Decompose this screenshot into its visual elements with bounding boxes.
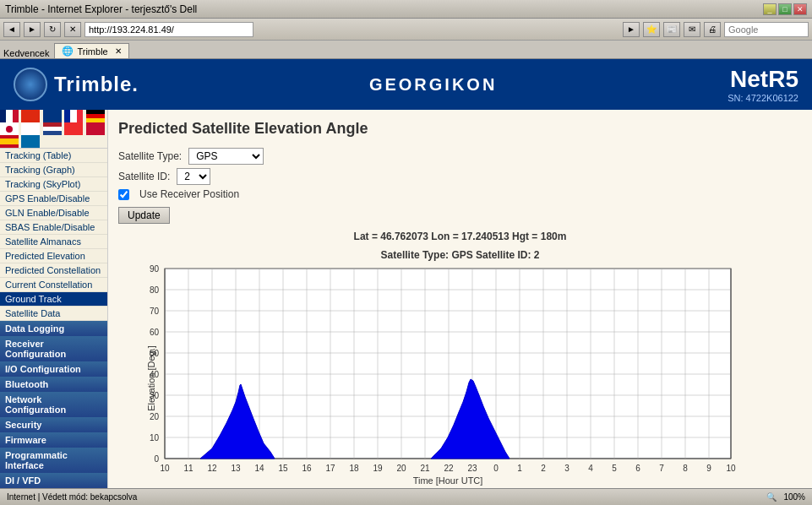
search-input[interactable] xyxy=(724,22,809,37)
sidebar-item-tracking-graph[interactable]: Tracking (Graph) xyxy=(0,163,107,177)
main-area: Tracking (Table) Tracking (Graph) Tracki… xyxy=(0,110,812,488)
sidebar-item-predicted-constellation[interactable]: Predicted Constellation xyxy=(0,263,107,278)
nav-icon2[interactable]: 📰 xyxy=(663,22,680,37)
satellite-type-label: Satellite Type: xyxy=(118,150,182,162)
flag-fi[interactable] xyxy=(43,110,62,122)
flag-no[interactable] xyxy=(64,122,83,135)
address-bar xyxy=(84,22,619,37)
svg-text:2: 2 xyxy=(541,464,546,473)
tab-close-icon[interactable]: ✕ xyxy=(115,46,122,56)
satellite-type-select[interactable]: GPS GLONASS xyxy=(188,148,264,165)
flag-se[interactable] xyxy=(21,135,40,148)
chart-info-line2: Satellite Type: GPS Satellite ID: 2 xyxy=(118,249,802,261)
flag-es[interactable] xyxy=(0,135,19,148)
svg-text:14: 14 xyxy=(254,464,264,473)
back-button[interactable]: ◄ xyxy=(3,22,20,37)
logo-area: Trimble. xyxy=(14,68,139,101)
satellite-id-select[interactable]: 2 1 3 xyxy=(177,168,210,185)
svg-text:20: 20 xyxy=(396,464,406,473)
tab-trimble[interactable]: 🌐 Trimble ✕ xyxy=(54,43,128,58)
svg-text:3: 3 xyxy=(564,464,569,473)
tab-label: Trimble xyxy=(77,46,107,57)
forward-button[interactable]: ► xyxy=(24,22,41,37)
sidebar-section-io-config[interactable]: I/O Configuration xyxy=(0,361,107,377)
menu-label[interactable]: Kedvencek xyxy=(3,48,49,58)
sidebar: Tracking (Table) Tracking (Graph) Tracki… xyxy=(0,110,108,488)
tab-icon: 🌐 xyxy=(62,46,74,57)
svg-text:9: 9 xyxy=(706,464,711,473)
svg-text:90: 90 xyxy=(150,264,160,274)
svg-text:10: 10 xyxy=(726,464,736,473)
serial-number: SN: 4722K06122 xyxy=(728,93,798,103)
statusbar-zoom-icon: 🔍 xyxy=(766,492,777,502)
app-header: Trimble. GEORGIKON NetR5 SN: 4722K06122 xyxy=(0,59,812,110)
go-button[interactable]: ► xyxy=(623,22,640,37)
svg-text:21: 21 xyxy=(420,464,430,473)
chart-info-line1: Lat = 46.762073 Lon = 17.240513 Hgt = 18… xyxy=(118,231,802,242)
page-title: Predicted Satellite Elevation Angle xyxy=(118,120,802,138)
flag-gb[interactable] xyxy=(0,110,19,122)
minimize-button[interactable]: _ xyxy=(763,3,777,15)
svg-text:23: 23 xyxy=(467,464,477,473)
svg-text:4: 4 xyxy=(588,464,593,473)
maximize-button[interactable]: □ xyxy=(778,3,792,15)
update-button[interactable]: Update xyxy=(118,207,170,224)
sidebar-section-network[interactable]: Network Configuration xyxy=(0,392,107,417)
content-area: Predicted Satellite Elevation Angle Sate… xyxy=(108,110,812,488)
svg-text:7: 7 xyxy=(659,464,664,473)
sidebar-item-satellite-data[interactable]: Satellite Data xyxy=(0,307,107,321)
nav-icon1[interactable]: ⭐ xyxy=(643,22,660,37)
refresh-button[interactable]: ↻ xyxy=(44,22,61,37)
flag-dk[interactable] xyxy=(86,122,105,135)
sidebar-section-data-logging[interactable]: Data Logging xyxy=(0,321,107,336)
svg-text:8: 8 xyxy=(683,464,688,473)
sidebar-item-tracking-table[interactable]: Tracking (Table) xyxy=(0,149,107,163)
browser-title: Trimble - Internet Explorer - terjesztő'… xyxy=(5,3,197,15)
use-receiver-position-checkbox[interactable] xyxy=(118,189,129,200)
svg-text:17: 17 xyxy=(325,464,335,473)
svg-text:19: 19 xyxy=(373,464,383,473)
checkbox-row: Use Receiver Position xyxy=(118,188,802,200)
statusbar: Internet | Védett mód: bekapcsolva 🔍 100… xyxy=(0,488,812,505)
flag-nl[interactable] xyxy=(43,122,62,135)
sidebar-item-gln-enable[interactable]: GLN Enable/Disable xyxy=(0,206,107,220)
stop-button[interactable]: ✕ xyxy=(64,22,81,37)
nav-icon3[interactable]: ✉ xyxy=(684,22,700,37)
use-receiver-position-label: Use Receiver Position xyxy=(139,188,239,200)
nav-icon4[interactable]: 🖨 xyxy=(704,22,721,37)
sidebar-section-security[interactable]: Security xyxy=(0,417,107,432)
statusbar-zoom: 100% xyxy=(783,492,805,502)
browser-toolbar: ◄ ► ↻ ✕ ► ⭐ 📰 ✉ 🖨 xyxy=(0,19,812,41)
sidebar-item-current-constellation[interactable]: Current Constellation xyxy=(0,278,107,292)
sidebar-item-gps-enable[interactable]: GPS Enable/Disable xyxy=(0,192,107,206)
sidebar-section-prog-iface[interactable]: Programmatic Interface xyxy=(0,448,107,473)
sidebar-item-satellite-almanacs[interactable]: Satellite Almanacs xyxy=(0,235,107,249)
sidebar-section-firmware[interactable]: Firmware xyxy=(0,432,107,448)
svg-text:80: 80 xyxy=(150,285,160,295)
browser-titlebar: Trimble - Internet Explorer - terjesztő'… xyxy=(0,0,812,19)
y-axis-label: Elevation [Deg.] xyxy=(146,345,156,411)
svg-text:15: 15 xyxy=(278,464,288,473)
flag-jp[interactable] xyxy=(0,122,19,135)
flag-fr[interactable] xyxy=(64,110,83,122)
sidebar-section-bluetooth[interactable]: Bluetooth xyxy=(0,377,107,392)
sidebar-item-tracking-skyplot[interactable]: Tracking (SkyPlot) xyxy=(0,177,107,192)
svg-text:13: 13 xyxy=(231,464,241,473)
app-container: Trimble. GEORGIKON NetR5 SN: 4722K06122 xyxy=(0,59,812,505)
svg-text:1: 1 xyxy=(517,464,522,473)
close-button[interactable]: ✕ xyxy=(793,3,807,15)
sidebar-item-sbas-enable[interactable]: SBAS Enable/Disable xyxy=(0,220,107,235)
right-info: NetR5 SN: 4722K06122 xyxy=(728,66,798,103)
sidebar-section-receiver-config[interactable]: Receiver Configuration xyxy=(0,336,107,361)
svg-text:12: 12 xyxy=(207,464,217,473)
flag-kr[interactable] xyxy=(21,122,40,135)
sidebar-section-di-vfd[interactable]: DI / VFD xyxy=(0,473,107,488)
flag-de[interactable] xyxy=(86,110,105,122)
svg-text:10: 10 xyxy=(160,464,170,473)
flag-cn[interactable] xyxy=(21,110,40,122)
flags-row xyxy=(0,110,107,149)
sidebar-item-predicted-elevation[interactable]: Predicted Elevation xyxy=(0,249,107,263)
sidebar-item-ground-track[interactable]: Ground Track xyxy=(0,292,107,307)
search-box xyxy=(724,22,809,37)
address-input[interactable] xyxy=(84,22,253,37)
